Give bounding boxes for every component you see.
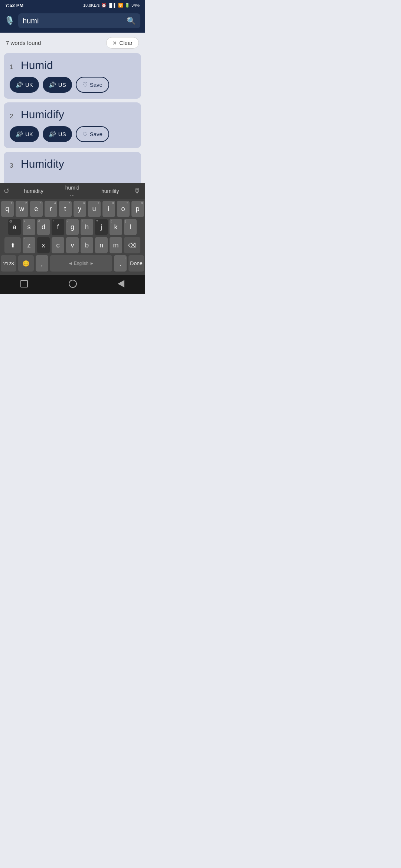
keyboard-mic-icon[interactable]: 🎙: [130, 187, 145, 195]
key-x[interactable]: x: [37, 237, 50, 253]
word-header-1: 1 Humid: [10, 59, 135, 72]
suggestion-dots: ···: [70, 192, 75, 199]
word-text-1: Humid: [21, 59, 53, 72]
space-key[interactable]: ◄ English ►: [50, 255, 112, 272]
word-card-1: 1 Humid 🔊 UK 🔊 US ♡ Save: [4, 53, 141, 99]
alpha-row-3: ⬆ "z x c v b n m ⌫: [1, 237, 144, 253]
speaker-icon: 🔊: [16, 81, 23, 88]
suggestion-item-3[interactable]: humility: [98, 187, 122, 195]
wifi-icon: 🛜: [118, 3, 123, 8]
search-input-wrapper[interactable]: 🔍: [18, 13, 140, 28]
word-actions-2: 🔊 UK 🔊 US ♡ Save: [10, 126, 135, 142]
keyboard: 1q 2w 3e 4r 5t 6y 7u 8i 9o 0p @a #s &d *…: [0, 199, 145, 275]
alarm-icon: ⏰: [101, 3, 107, 8]
key-m[interactable]: m: [110, 237, 122, 253]
number-row: 1q 2w 3e 4r 5t 6y 7u 8i 9o 0p: [1, 201, 144, 217]
key-h[interactable]: !h: [81, 219, 93, 235]
emoji-key[interactable]: 😊: [18, 255, 34, 272]
suggestions-bar: ↺ humidity humid ··· humility 🎙: [0, 183, 145, 199]
nav-back-icon[interactable]: [118, 280, 124, 287]
key-b[interactable]: b: [81, 237, 93, 253]
comma-key[interactable]: ' ,: [36, 255, 48, 272]
us-pronounce-button-2[interactable]: 🔊 US: [43, 126, 72, 142]
speaker-icon: 🔊: [16, 131, 23, 138]
shift-key[interactable]: ⬆: [4, 237, 21, 253]
nav-circle-icon[interactable]: [69, 280, 77, 288]
key-s[interactable]: #s: [23, 219, 35, 235]
save-button-1[interactable]: ♡ Save: [76, 77, 109, 93]
words-found-label: 7 words found: [6, 40, 41, 46]
heart-icon: ♡: [82, 81, 88, 88]
word-card-2: 2 Humidify 🔊 UK 🔊 US ♡ Save: [4, 102, 141, 148]
us-label-2: US: [58, 131, 66, 137]
numbers-key[interactable]: ?123: [1, 255, 16, 272]
key-n[interactable]: n: [95, 237, 108, 253]
mic-button[interactable]: 🎙️: [4, 16, 14, 26]
save-label-1: Save: [90, 82, 102, 88]
uk-pronounce-button-2[interactable]: 🔊 UK: [10, 126, 39, 142]
done-key[interactable]: Done: [128, 255, 144, 272]
save-button-2[interactable]: ♡ Save: [76, 126, 109, 142]
key-l[interactable]: )l: [124, 219, 137, 235]
status-bar: 7:52 PM 18.8KB/s ⏰ ▐▌▌ 🛜 🔋 34%: [0, 0, 145, 10]
heart-icon: ♡: [82, 131, 88, 138]
close-icon: ✕: [113, 40, 117, 46]
status-speed: 18.8KB/s: [83, 3, 100, 7]
key-w[interactable]: 2w: [16, 201, 28, 217]
word-card-3-partial: 3 Humidity: [4, 152, 141, 183]
search-input[interactable]: [23, 17, 124, 25]
key-c[interactable]: c: [52, 237, 64, 253]
key-j[interactable]: ?j: [95, 219, 108, 235]
clear-button[interactable]: ✕ Clear: [106, 37, 139, 49]
key-r[interactable]: 4r: [45, 201, 57, 217]
nav-bar: [0, 275, 145, 294]
uk-label-2: UK: [25, 131, 33, 137]
us-pronounce-button-1[interactable]: 🔊 US: [43, 77, 72, 93]
uk-pronounce-button-1[interactable]: 🔊 UK: [10, 77, 39, 93]
uk-label-1: UK: [25, 82, 33, 88]
key-u[interactable]: 7u: [88, 201, 101, 217]
key-y[interactable]: 6y: [74, 201, 86, 217]
status-time: 7:52 PM: [5, 3, 23, 8]
key-p[interactable]: 0p: [131, 201, 144, 217]
nav-square-icon[interactable]: [20, 280, 28, 287]
us-label-1: US: [58, 82, 66, 88]
key-z[interactable]: "z: [23, 237, 35, 253]
refresh-icon[interactable]: ↺: [0, 187, 13, 195]
key-g[interactable]: -g: [66, 219, 79, 235]
key-i[interactable]: 8i: [102, 201, 115, 217]
word-number-2: 2: [10, 113, 17, 120]
suggestion-item-2[interactable]: humid: [62, 183, 82, 192]
word-number-1: 1: [10, 63, 17, 71]
key-o[interactable]: 9o: [117, 201, 130, 217]
suggestions-list: humidity humid ··· humility: [13, 183, 130, 199]
suggestion-item-1[interactable]: humidity: [21, 187, 46, 195]
period-key[interactable]: : .: [114, 255, 127, 272]
key-d[interactable]: &d: [37, 219, 50, 235]
battery-icon: 🔋: [125, 3, 130, 8]
word-header-2: 2 Humidify: [10, 108, 135, 121]
key-t[interactable]: 5t: [59, 201, 72, 217]
search-area: 🎙️ 🔍: [0, 10, 145, 33]
key-f[interactable]: *f: [52, 219, 64, 235]
word-actions-1: 🔊 UK 🔊 US ♡ Save: [10, 77, 135, 93]
search-icon: 🔍: [127, 16, 136, 25]
alpha-row-2: @a #s &d *f -g !h ?j (k )l: [1, 219, 144, 235]
signal-icon: ▐▌▌: [108, 3, 117, 7]
key-e[interactable]: 3e: [30, 201, 43, 217]
clear-label: Clear: [119, 40, 133, 46]
key-v[interactable]: v: [66, 237, 79, 253]
speaker-icon: 🔊: [49, 81, 56, 88]
key-k[interactable]: (k: [110, 219, 122, 235]
key-q[interactable]: 1q: [1, 201, 14, 217]
speaker-icon: 🔊: [49, 131, 56, 138]
word-header-3: 3 Humidity: [10, 158, 135, 170]
word-text-2: Humidify: [21, 108, 64, 121]
keyboard-wrapper: ↺ humidity humid ··· humility 🎙 1q 2w 3e…: [0, 183, 145, 275]
word-number-3: 3: [10, 162, 17, 170]
word-text-3: Humidity: [21, 158, 64, 170]
key-a[interactable]: @a: [8, 219, 21, 235]
save-label-2: Save: [90, 131, 102, 137]
backspace-key[interactable]: ⌫: [124, 237, 140, 253]
status-right: 18.8KB/s ⏰ ▐▌▌ 🛜 🔋 34%: [83, 3, 140, 8]
